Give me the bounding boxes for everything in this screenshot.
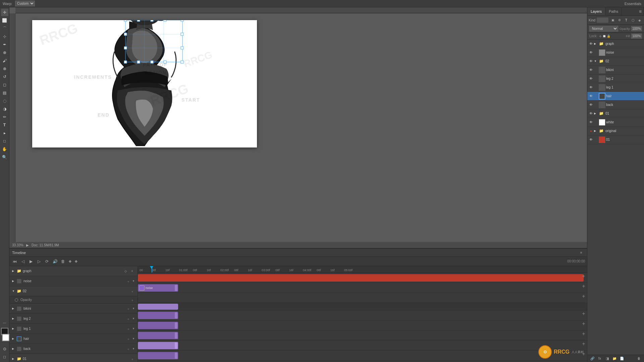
eye-bikini[interactable]: 👁 xyxy=(589,68,593,72)
tl-kf-bikini[interactable]: ⬦ xyxy=(125,306,131,311)
gradient-tool[interactable]: ▤ xyxy=(1,89,8,97)
type-tool[interactable]: T xyxy=(1,121,8,129)
background-color[interactable] xyxy=(2,334,9,341)
tl-expand-01[interactable]: ▶ xyxy=(12,357,15,360)
panel-filter-smart[interactable]: ◈ xyxy=(637,17,643,23)
tl-kf-01[interactable]: ⬦ xyxy=(129,356,135,362)
add-01[interactable]: + xyxy=(580,361,587,362)
screen-mode[interactable]: □ xyxy=(1,353,8,361)
go-start-btn[interactable]: ⏮ xyxy=(11,258,18,265)
layer-hair[interactable]: 👁 hair xyxy=(587,92,644,101)
tl-kf-noise[interactable]: ⬦ xyxy=(125,279,131,284)
bar-graph[interactable] xyxy=(138,274,584,282)
expand-original[interactable]: ▶ xyxy=(594,129,597,132)
tl-kf-graph[interactable]: ◇ xyxy=(123,268,128,274)
tl-row-graph[interactable]: ▶ 📁 graph ◇ + xyxy=(9,266,138,276)
layer-01[interactable]: 👁 ▶ 📁 01 xyxy=(587,109,644,118)
tl-row-bikini[interactable]: ▶ bikini ⬦ ▼ xyxy=(9,304,138,314)
zoom-tool[interactable]: 🔍 xyxy=(1,154,8,161)
add-leg1[interactable]: + xyxy=(580,330,587,337)
eye-01b[interactable]: 👁 xyxy=(589,137,593,142)
opacity-input[interactable] xyxy=(631,26,642,31)
next-frame-btn[interactable]: ▷ xyxy=(36,258,42,265)
eye-white[interactable]: 👁 xyxy=(589,120,593,125)
select-tool[interactable]: ⬜ xyxy=(1,17,8,24)
panel-filter-pixel[interactable]: ▣ xyxy=(610,17,616,23)
layer-graph[interactable]: 👁 ▶ 📁 graph xyxy=(587,40,644,48)
history-tool[interactable]: ↺ xyxy=(1,73,8,80)
layer-noise[interactable]: 👁 noise xyxy=(587,48,644,57)
tl-kf-hair[interactable]: ⬦ xyxy=(125,336,131,342)
panel-collapse[interactable]: ≡ xyxy=(637,7,644,15)
delete-layer-btn[interactable]: 🗑 xyxy=(636,356,642,362)
dodge-tool[interactable]: ◑ xyxy=(1,105,8,113)
canvas-viewport[interactable]: PATH OF ACTION INCREMENTS START END RRCG… xyxy=(15,13,587,242)
timeline-menu[interactable]: ≡ xyxy=(578,250,584,256)
layer-leg2[interactable]: 👁 leg 2 xyxy=(587,74,644,83)
move-tool[interactable]: ✛ xyxy=(1,9,8,16)
panel-filter-shape[interactable]: ⬡ xyxy=(630,17,636,23)
healing-tool[interactable]: ⊕ xyxy=(1,49,8,56)
expand-02[interactable]: ▼ xyxy=(594,60,597,63)
tl-expand-bikini[interactable]: ▶ xyxy=(12,307,15,310)
bar-noise[interactable]: noise xyxy=(138,284,178,292)
tl-expand-hair[interactable]: ▶ xyxy=(12,337,15,340)
fill-input[interactable] xyxy=(631,34,642,39)
lock-position-btn[interactable]: ⊹ xyxy=(599,35,602,38)
add-02[interactable]: + xyxy=(580,293,587,300)
new-group-btn[interactable]: 📁 xyxy=(611,356,618,362)
eye-02[interactable]: 👁 xyxy=(589,59,593,64)
brush-tool[interactable]: 🖌 xyxy=(1,57,8,64)
tl-expand-02[interactable]: ▼ xyxy=(12,290,15,293)
play-btn[interactable]: ▶ xyxy=(28,258,34,265)
tl-expand-noise[interactable]: ▶ xyxy=(12,280,15,283)
add-bikini[interactable]: + xyxy=(580,310,587,317)
path-select-tool[interactable]: ▸ xyxy=(1,129,8,137)
prev-frame-btn[interactable]: ◁ xyxy=(19,258,26,265)
add-graph[interactable]: + xyxy=(580,273,587,280)
shape-tool[interactable]: □ xyxy=(1,137,8,145)
time-playhead[interactable] xyxy=(152,266,152,273)
tl-add-graph[interactable]: + xyxy=(129,268,135,274)
add-hair[interactable]: + xyxy=(580,341,587,347)
pen-tool[interactable]: ✏ xyxy=(1,113,8,121)
panel-filter-type[interactable]: T xyxy=(623,17,629,23)
warp-mode-select[interactable]: Custom xyxy=(15,1,35,6)
lock-pixel-btn[interactable]: 🔲 xyxy=(602,35,606,38)
bar-back[interactable] xyxy=(138,352,178,359)
eye-01[interactable]: 👁 xyxy=(589,111,593,116)
bar-leg2[interactable] xyxy=(138,322,178,329)
tl-kf-leg2[interactable]: ⬦ xyxy=(125,316,131,321)
tl-row-back[interactable]: ▶ back ⬦ ▼ xyxy=(9,344,138,354)
tl-settings-noise[interactable]: ▼ xyxy=(132,280,135,283)
layer-leg1[interactable]: 👁 leg 1 xyxy=(587,83,644,92)
expand-graph[interactable]: ▶ xyxy=(594,42,597,45)
eraser-tool[interactable]: ◻ xyxy=(1,81,8,88)
eye-hair[interactable]: 👁 xyxy=(589,94,593,99)
stamp-tool[interactable]: ⊗ xyxy=(1,65,8,72)
time-ruler[interactable]: 00 08f 16f 01:00f 08f 16f 02:00f 08f 16f… xyxy=(138,266,587,273)
bar-bikini[interactable] xyxy=(138,312,178,319)
link-layers-btn[interactable]: 🔗 xyxy=(589,356,595,362)
eye-noise[interactable]: 👁 xyxy=(589,50,593,55)
tl-row-01[interactable]: ▶ 📁 01 ⬦ xyxy=(9,354,138,362)
tl-row-noise[interactable]: ▶ noise ⬦ ▼ xyxy=(9,276,138,286)
keyframe-nav-left[interactable] xyxy=(69,260,71,262)
tab-paths[interactable]: Paths xyxy=(605,7,622,15)
eye-original[interactable]: ● xyxy=(589,129,593,133)
eye-back[interactable]: 👁 xyxy=(589,103,593,107)
add-back[interactable]: + xyxy=(580,351,587,357)
tl-settings-leg2[interactable]: ▼ xyxy=(132,317,135,320)
tl-settings-back[interactable]: ▼ xyxy=(132,347,135,350)
tl-row-02[interactable]: ▼ 📁 02 ⬦ xyxy=(9,286,138,296)
tl-settings-leg1[interactable]: ▼ xyxy=(132,327,135,330)
tl-row-leg1[interactable]: ▶ leg 1 ⬦ ▼ xyxy=(9,324,138,334)
tl-expand-graph[interactable]: ▶ xyxy=(12,269,15,273)
bar-leg1[interactable] xyxy=(138,332,178,339)
eye-leg1[interactable]: 👁 xyxy=(589,85,593,90)
tl-expand-back[interactable]: ▶ xyxy=(12,347,15,350)
tl-expand-leg2[interactable]: ▶ xyxy=(12,317,15,320)
tl-settings-bikini[interactable]: ▼ xyxy=(132,307,135,310)
tl-expand-leg1[interactable]: ▶ xyxy=(12,327,15,330)
layer-02[interactable]: 👁 ▼ 📁 02 xyxy=(587,57,644,66)
